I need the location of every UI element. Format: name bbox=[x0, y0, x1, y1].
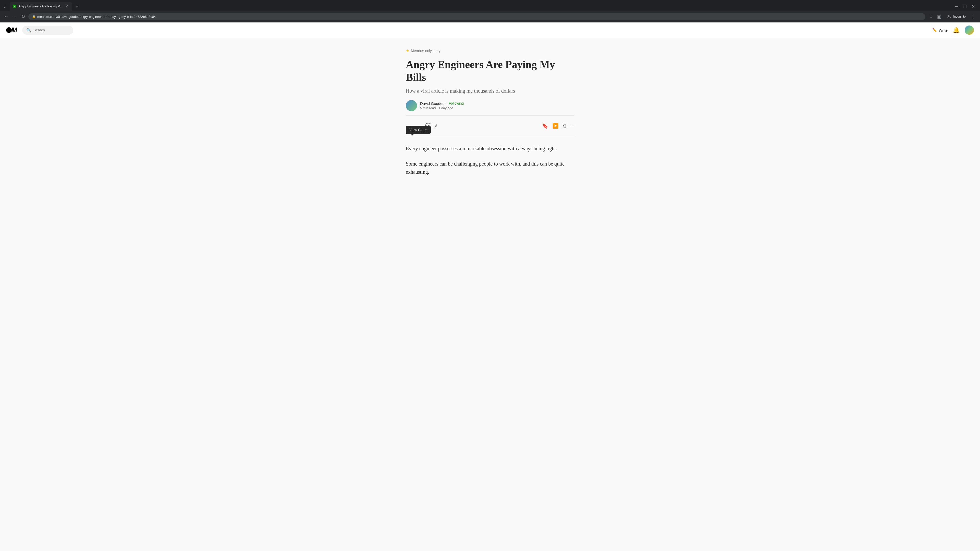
tooltip-box: View Claps bbox=[406, 126, 431, 134]
address-bar-row: ← → ↻ 🔒 medium.com/@davidgoudet/angry-en… bbox=[0, 11, 980, 22]
medium-logo[interactable]: M bbox=[6, 26, 17, 34]
write-button[interactable]: ✏️ Write bbox=[932, 28, 948, 32]
user-avatar-button[interactable] bbox=[965, 25, 974, 35]
tooltip-label: View Claps bbox=[409, 128, 427, 132]
article-title: Angry Engineers Are Paying My Bills bbox=[406, 58, 574, 84]
notification-button[interactable]: 🔔 bbox=[953, 27, 959, 33]
logo-circle bbox=[6, 27, 12, 33]
menu-button[interactable]: ⋮ bbox=[969, 12, 977, 21]
star-icon: ★ bbox=[406, 48, 409, 53]
write-pencil-icon: ✏️ bbox=[932, 28, 937, 32]
new-tab-button[interactable]: + bbox=[73, 3, 80, 11]
article-meta: 5 min read · 1 day ago bbox=[420, 106, 464, 110]
active-tab[interactable]: M Angry Engineers Are Paying M... ✕ bbox=[10, 2, 72, 11]
page-content: M 🔍 Search ✏️ Write 🔔 ★ Member-only stor… bbox=[0, 22, 980, 551]
member-only-label: Member-only story bbox=[411, 49, 441, 53]
more-button[interactable]: ··· bbox=[570, 123, 574, 129]
share-button[interactable]: ⎗ bbox=[563, 123, 566, 129]
author-name-row: David Goudet · Following bbox=[420, 101, 464, 106]
body-paragraph-2: Some engineers can be challenging people… bbox=[406, 160, 574, 176]
tab-controls: ‹ bbox=[2, 3, 6, 10]
medium-header: M 🔍 Search ✏️ Write 🔔 bbox=[0, 22, 980, 38]
author-info: David Goudet · Following 5 min read · 1 … bbox=[420, 101, 464, 110]
incognito-icon bbox=[947, 14, 952, 19]
tab-back-button[interactable]: ‹ bbox=[2, 3, 6, 10]
right-actions: 🔖 ▶️ ⎗ ··· bbox=[542, 123, 574, 129]
save-button[interactable]: 🔖 bbox=[542, 123, 548, 129]
write-label: Write bbox=[939, 28, 948, 32]
window-controls: ─ ❐ ✕ bbox=[955, 4, 978, 9]
svg-point-0 bbox=[948, 15, 950, 17]
member-badge: ★ Member-only story bbox=[406, 48, 574, 53]
article-container: ★ Member-only story Angry Engineers Are … bbox=[401, 38, 579, 193]
logo-m-letter: M bbox=[11, 26, 17, 34]
article-body: Every engineer possesses a remarkable ob… bbox=[406, 144, 574, 176]
following-badge[interactable]: Following bbox=[449, 101, 464, 105]
read-time: 5 min read bbox=[420, 106, 436, 110]
maximize-button[interactable]: ❐ bbox=[963, 4, 966, 9]
search-icon: 🔍 bbox=[26, 28, 32, 33]
actions-row: View Claps 👏 898 💬 18 🔖 ▶️ ⎗ ··· bbox=[406, 115, 574, 136]
url-text: medium.com/@davidgoudet/angry-engineers-… bbox=[37, 15, 156, 19]
author-name[interactable]: David Goudet bbox=[420, 101, 444, 106]
tab-favicon: M bbox=[13, 5, 16, 8]
search-bar[interactable]: 🔍 Search bbox=[22, 26, 73, 35]
left-actions: View Claps 👏 898 💬 18 bbox=[406, 119, 437, 132]
reader-mode-button[interactable]: ▣ bbox=[935, 12, 943, 21]
minimize-button[interactable]: ─ bbox=[955, 4, 958, 9]
search-placeholder: Search bbox=[33, 28, 45, 32]
incognito-label: Incognito bbox=[953, 15, 966, 18]
play-button[interactable]: ▶️ bbox=[552, 123, 558, 129]
header-right: ✏️ Write 🔔 bbox=[932, 25, 974, 35]
author-avatar[interactable] bbox=[406, 100, 417, 111]
article-subtitle: How a viral article is making me thousan… bbox=[406, 88, 574, 94]
dot-separator: · bbox=[445, 101, 447, 106]
tab-title: Angry Engineers Are Paying M... bbox=[18, 5, 62, 8]
close-button[interactable]: ✕ bbox=[972, 4, 975, 9]
tab-bar: ‹ M Angry Engineers Are Paying M... ✕ + … bbox=[0, 0, 980, 11]
browser-chrome: ‹ M Angry Engineers Are Paying M... ✕ + … bbox=[0, 0, 980, 22]
comments-count: 18 bbox=[433, 124, 437, 128]
reload-button[interactable]: ↻ bbox=[21, 13, 26, 21]
toolbar-actions: ☆ ▣ Incognito ⋮ bbox=[928, 12, 977, 21]
published-time: 1 day ago bbox=[438, 106, 453, 110]
lock-icon: 🔒 bbox=[32, 15, 36, 18]
tooltip-arrow bbox=[411, 134, 414, 135]
tab-close-button[interactable]: ✕ bbox=[65, 4, 69, 9]
author-row: David Goudet · Following 5 min read · 1 … bbox=[406, 100, 574, 111]
back-nav-button[interactable]: ← bbox=[3, 13, 10, 21]
address-bar[interactable]: 🔒 medium.com/@davidgoudet/angry-engineer… bbox=[28, 13, 925, 20]
claps-action[interactable]: View Claps 👏 898 bbox=[406, 119, 421, 132]
forward-nav-button[interactable]: → bbox=[12, 13, 18, 21]
bookmark-button[interactable]: ☆ bbox=[928, 12, 935, 21]
body-paragraph-1: Every engineer possesses a remarkable ob… bbox=[406, 144, 574, 152]
incognito-button[interactable]: Incognito bbox=[944, 13, 968, 21]
